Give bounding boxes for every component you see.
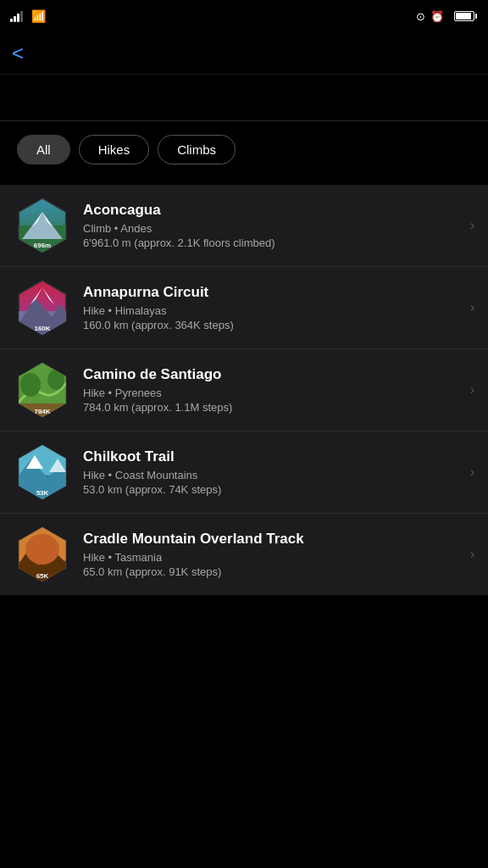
expedition-item[interactable]: 784K Camino de SantiagoHike • Pyrenees78… — [0, 349, 488, 431]
expedition-distance: 784.0 km (approx. 1.1M steps) — [83, 401, 463, 414]
svg-point-16 — [20, 373, 41, 397]
expedition-name: Camino de Santiago — [83, 366, 463, 383]
target-icon: ⊙ — [416, 10, 425, 23]
svg-text:53K: 53K — [36, 489, 49, 497]
svg-point-17 — [47, 370, 64, 390]
svg-text:160K: 160K — [34, 325, 50, 332]
expedition-type: Hike • Tasmania — [83, 551, 463, 564]
nav-header: < — [0, 32, 488, 75]
expedition-item[interactable]: 53K Chilkoot TrailHike • Coast Mountains… — [0, 431, 488, 514]
filter-pill-climbs[interactable]: Climbs — [158, 135, 236, 164]
expeditions-list: 696m AconcaguaClimb • Andes6'961.0 m (ap… — [0, 185, 488, 595]
expedition-info: Cradle Mountain Overland TrackHike • Tas… — [83, 531, 463, 578]
filter-pill-all[interactable]: All — [17, 135, 70, 164]
chevron-right-icon: › — [470, 547, 474, 562]
chevron-right-icon: › — [470, 382, 474, 398]
chevron-right-icon: › — [470, 218, 474, 233]
expedition-badge: 784K — [14, 361, 71, 419]
expedition-type: Hike • Coast Mountains — [83, 469, 463, 481]
expedition-badge: 53K — [14, 443, 71, 501]
alarm-icon: ⏰ — [430, 10, 444, 23]
status-left: 📶 — [10, 9, 46, 23]
chevron-right-icon: › — [470, 300, 474, 315]
expedition-badge: 65K — [14, 526, 71, 583]
signal-icon — [10, 10, 23, 22]
expedition-type: Climb • Andes — [83, 222, 463, 235]
filter-pill-hikes[interactable]: Hikes — [79, 135, 150, 164]
expedition-badge: 696m — [14, 197, 71, 254]
svg-point-32 — [25, 534, 59, 565]
expedition-distance: 160.0 km (approx. 364K steps) — [83, 319, 463, 331]
expedition-item[interactable]: 160K Annapurna CircuitHike • Himalayas16… — [0, 267, 488, 349]
expedition-info: Camino de SantiagoHike • Pyrenees784.0 k… — [83, 366, 463, 414]
expedition-info: AconcaguaClimb • Andes6'961.0 m (approx.… — [83, 202, 463, 249]
filter-section: AllHikesClimbs — [0, 121, 488, 181]
expedition-item[interactable]: 65K Cradle Mountain Overland TrackHike •… — [0, 514, 488, 595]
svg-text:784K: 784K — [34, 408, 50, 415]
status-bar: 📶 ⊙ ⏰ — [0, 0, 488, 32]
expedition-name: Cradle Mountain Overland Track — [83, 531, 463, 548]
expedition-distance: 65.0 km (approx. 91K steps) — [83, 565, 463, 578]
expedition-info: Chilkoot TrailHike • Coast Mountains53.0… — [83, 448, 463, 496]
battery-indicator — [454, 11, 474, 21]
expedition-distance: 6'961.0 m (approx. 2.1K floors climbed) — [83, 236, 463, 249]
expedition-badge: 160K — [14, 279, 71, 337]
description-section — [0, 75, 488, 121]
expedition-type: Hike • Pyrenees — [83, 387, 463, 399]
back-button[interactable]: < — [12, 42, 24, 65]
expedition-type: Hike • Himalayas — [83, 304, 463, 317]
back-chevron-icon: < — [12, 42, 24, 65]
expedition-name: Annapurna Circuit — [83, 284, 463, 301]
chevron-right-icon: › — [470, 465, 474, 480]
expedition-name: Aconcagua — [83, 202, 463, 219]
expedition-distance: 53.0 km (approx. 74K steps) — [83, 483, 463, 496]
expedition-item[interactable]: 696m AconcaguaClimb • Andes6'961.0 m (ap… — [0, 185, 488, 267]
svg-text:65K: 65K — [36, 572, 49, 580]
status-right: ⊙ ⏰ — [416, 10, 474, 23]
expedition-info: Annapurna CircuitHike • Himalayas160.0 k… — [83, 284, 463, 331]
expedition-name: Chilkoot Trail — [83, 448, 463, 465]
wifi-icon: 📶 — [31, 9, 46, 23]
svg-text:696m: 696m — [34, 242, 51, 249]
